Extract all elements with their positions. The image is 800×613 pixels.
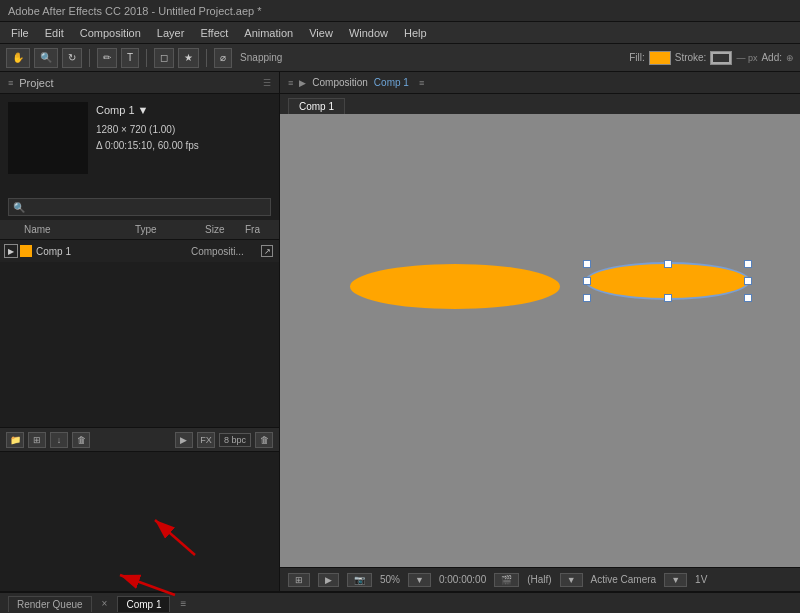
new-item-btn[interactable]: ↓ xyxy=(50,432,68,448)
toolbar-sep-3 xyxy=(206,49,207,67)
camera-label[interactable]: Active Camera xyxy=(591,574,657,585)
timeline-area: Render Queue × Comp 1 ≡ 0:00:00:00 (60.0… xyxy=(0,591,800,613)
shape-tool[interactable]: ◻ xyxy=(154,48,174,68)
handle-mr[interactable] xyxy=(744,277,752,285)
new-folder-btn[interactable]: 📁 xyxy=(6,432,24,448)
resolution-btn[interactable]: ▼ xyxy=(560,573,583,587)
tab-render-queue[interactable]: Render Queue xyxy=(8,596,92,612)
project-panel-title: Project xyxy=(19,77,53,89)
col-header-frac: Fra xyxy=(245,224,275,235)
fill-color-box[interactable] xyxy=(649,51,671,65)
composition-panel: ≡ ▶ Composition Comp 1 ≡ Comp 1 xyxy=(280,72,800,591)
timecode-btn[interactable]: 🎬 xyxy=(494,573,519,587)
stroke-color-box[interactable] xyxy=(710,51,732,65)
project-search-area xyxy=(0,194,279,220)
text-tool[interactable]: T xyxy=(121,48,139,68)
toolbar-sep-1 xyxy=(89,49,90,67)
pen-tool[interactable]: ✏ xyxy=(97,48,117,68)
add-btn[interactable]: ⊕ xyxy=(786,53,794,63)
project-panel: ≡ Project ☰ Comp 1 ▼ 1280 × 720 (1.00) Δ… xyxy=(0,72,279,452)
stroke-width: — px xyxy=(736,53,757,63)
title-text: Adobe After Effects CC 2018 - Untitled P… xyxy=(8,5,262,17)
comp-snapshot-btn[interactable]: 📷 xyxy=(347,573,372,587)
panel-close-btn[interactable]: ≡ xyxy=(8,78,13,88)
handle-bl[interactable] xyxy=(583,294,591,302)
comp-panel-close[interactable]: ≡ xyxy=(288,78,293,88)
comp-preview-btn[interactable]: ▶ xyxy=(318,573,339,587)
menu-animation[interactable]: Animation xyxy=(237,25,300,41)
bpc-label: 8 bpc xyxy=(219,433,251,447)
comp-panel-media: ▶ xyxy=(299,78,306,88)
col-header-name: Name xyxy=(4,224,135,235)
handle-tl[interactable] xyxy=(583,260,591,268)
resolution-label[interactable]: (Half) xyxy=(527,574,551,585)
main-area: ≡ Project ☰ Comp 1 ▼ 1280 × 720 (1.00) Δ… xyxy=(0,72,800,591)
ellipse-shape-layer-2[interactable] xyxy=(585,262,750,300)
zoom-btn[interactable]: ▼ xyxy=(408,573,431,587)
camera-btn[interactable]: ▼ xyxy=(664,573,687,587)
preview-icon[interactable]: ▶ xyxy=(175,432,193,448)
effect-icon[interactable]: FX xyxy=(197,432,215,448)
menu-file[interactable]: File xyxy=(4,25,36,41)
file-list-header: Name Type Size Fra xyxy=(0,220,279,240)
comp-panel-header: ≡ ▶ Composition Comp 1 ≡ xyxy=(280,72,800,94)
tab-comp1[interactable]: Comp 1 xyxy=(117,596,170,612)
comp-timecode: 0:00:00:00 xyxy=(439,574,486,585)
file-row-link-btn[interactable]: ↗ xyxy=(261,245,273,257)
file-expand-arrow[interactable]: ▶ xyxy=(4,244,18,258)
toolbar: ✋ 🔍 ↻ ✏ T ◻ ★ ⌀ Snapping Fill: Stroke: —… xyxy=(0,44,800,72)
handle-tm[interactable] xyxy=(664,260,672,268)
view-label[interactable]: 1V xyxy=(695,574,707,585)
file-row-name: Comp 1 xyxy=(36,246,191,257)
rotate-tool[interactable]: ↻ xyxy=(62,48,82,68)
snapping-label: Snapping xyxy=(240,52,282,63)
handle-ml[interactable] xyxy=(583,277,591,285)
handle-tr[interactable] xyxy=(744,260,752,268)
fill-stroke-area: Fill: Stroke: — px Add: ⊕ xyxy=(629,51,794,65)
trash-icon[interactable]: 🗑 xyxy=(255,432,273,448)
project-search-input[interactable] xyxy=(8,198,271,216)
panel-menu-btn[interactable]: ☰ xyxy=(263,78,271,88)
comp-panel-title-label: Composition xyxy=(312,77,368,88)
comp-panel-comp-name: Comp 1 xyxy=(374,77,409,88)
menu-edit[interactable]: Edit xyxy=(38,25,71,41)
menu-help[interactable]: Help xyxy=(397,25,434,41)
canvas-content xyxy=(290,144,790,567)
comp-panel-equals: ≡ xyxy=(419,78,424,88)
menu-bar: File Edit Composition Layer Effect Anima… xyxy=(0,22,800,44)
canvas-area xyxy=(280,114,800,567)
comp-settings-btn[interactable]: ⊞ xyxy=(288,573,310,587)
toolbar-sep-2 xyxy=(146,49,147,67)
hand-tool[interactable]: ✋ xyxy=(6,48,30,68)
fill-label: Fill: xyxy=(629,52,645,63)
menu-effect[interactable]: Effect xyxy=(193,25,235,41)
zoom-tool[interactable]: 🔍 xyxy=(34,48,58,68)
star-tool[interactable]: ★ xyxy=(178,48,199,68)
timeline-header: Render Queue × Comp 1 ≡ xyxy=(0,593,800,613)
delete-btn[interactable]: 🗑 xyxy=(72,432,90,448)
comp-name[interactable]: Comp 1 ▼ xyxy=(96,102,199,120)
col-header-type: Type xyxy=(135,224,205,235)
comp-info-text: Comp 1 ▼ 1280 × 720 (1.00) Δ 0:00:15:10,… xyxy=(96,102,199,186)
col-header-size: Size xyxy=(205,224,245,235)
stroke-label: Stroke: xyxy=(675,52,707,63)
title-bar: Adobe After Effects CC 2018 - Untitled P… xyxy=(0,0,800,22)
add-label: Add: xyxy=(761,52,782,63)
brush-tool[interactable]: ⌀ xyxy=(214,48,232,68)
menu-composition[interactable]: Composition xyxy=(73,25,148,41)
comp-tab-comp1[interactable]: Comp 1 xyxy=(288,98,345,114)
menu-view[interactable]: View xyxy=(302,25,340,41)
menu-window[interactable]: Window xyxy=(342,25,395,41)
file-row-comp1[interactable]: ▶ Comp 1 Compositi... ↗ xyxy=(0,240,279,262)
handle-br[interactable] xyxy=(744,294,752,302)
zoom-level[interactable]: 50% xyxy=(380,574,400,585)
left-panel: ≡ Project ☰ Comp 1 ▼ 1280 × 720 (1.00) Δ… xyxy=(0,72,280,591)
new-comp-btn[interactable]: ⊞ xyxy=(28,432,46,448)
ellipse-shape-layer-1[interactable] xyxy=(350,264,560,309)
comp-thumbnail-area: Comp 1 ▼ 1280 × 720 (1.00) Δ 0:00:15:10,… xyxy=(0,94,279,194)
menu-layer[interactable]: Layer xyxy=(150,25,192,41)
file-icon-comp xyxy=(20,245,32,257)
handle-bm[interactable] xyxy=(664,294,672,302)
comp-info-bar: ⊞ ▶ 📷 50% ▼ 0:00:00:00 🎬 (Half) ▼ Active… xyxy=(280,567,800,591)
comp-duration: Δ 0:00:15:10, 60.00 fps xyxy=(96,138,199,154)
